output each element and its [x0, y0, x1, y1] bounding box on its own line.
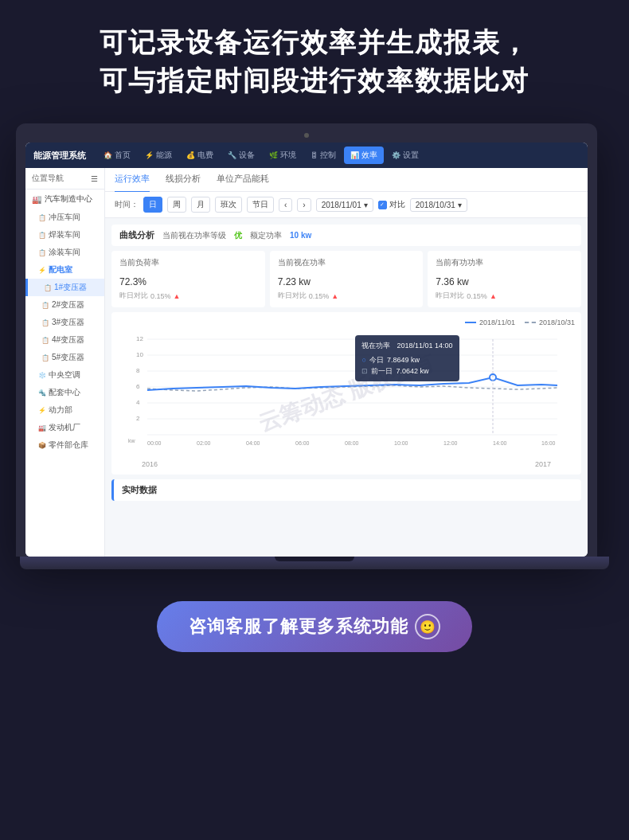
- kpi-active-compare: 昨日对比 0.15% ▲: [436, 291, 573, 301]
- kpi-active-label: 当前有功功率: [436, 257, 573, 268]
- svg-text:06:00: 06:00: [295, 440, 310, 446]
- btn-next[interactable]: ›: [297, 198, 311, 212]
- nav-efficiency-label: 效率: [361, 150, 377, 161]
- svg-text:12:00: 12:00: [443, 440, 458, 446]
- svg-text:6: 6: [136, 383, 140, 390]
- nav-home[interactable]: 🏠 首页: [97, 147, 137, 164]
- tab-loss[interactable]: 线损分析: [166, 168, 201, 193]
- load-up-arrow: ▲: [174, 292, 181, 300]
- bottom-section: 咨询客服了解更多系统功能 🙂: [0, 577, 629, 676]
- tooltip-today: ○ 今日 7.8649 kw: [361, 354, 452, 365]
- compare-label: 对比: [389, 199, 405, 210]
- support-icon: 🔩: [38, 389, 46, 397]
- main-content: 位置导航 ☰ 🏭 汽车制造中心 📋 冲压车间: [25, 168, 588, 557]
- laptop-base-wrapper: [16, 557, 613, 569]
- sidebar-item-warehouse[interactable]: 📦 零件部仓库: [25, 436, 104, 454]
- kpi-apparent-compare: 昨日对比 0.15% ▲: [278, 291, 416, 301]
- sidebar-item-support[interactable]: 🔩 配套中心: [25, 384, 104, 401]
- tab-efficiency[interactable]: 运行效率: [115, 168, 150, 193]
- cta-button[interactable]: 咨询客服了解更多系统功能 🙂: [157, 601, 472, 652]
- btn-shift[interactable]: 班次: [215, 197, 242, 213]
- analysis-header: 曲线分析 当前视在功率等级 优 额定功率 10 kw: [111, 225, 581, 246]
- compare-checkbox[interactable]: ✓: [378, 201, 387, 209]
- btn-prev[interactable]: ‹: [279, 198, 292, 212]
- year-2017: 2017: [535, 460, 551, 468]
- sidebar-item-welding[interactable]: 📋 焊装车间: [25, 226, 104, 244]
- sidebar-item-painting[interactable]: 📋 涂装车间: [25, 244, 104, 261]
- transformer5-icon: 📋: [41, 354, 49, 361]
- btn-month[interactable]: 月: [191, 197, 210, 213]
- home-icon: 🏠: [104, 151, 112, 159]
- sidebar: 位置导航 ☰ 🏭 汽车制造中心 📋 冲压车间: [25, 168, 105, 557]
- laptop-screen: 能源管理系统 🏠 首页 ⚡ 能源 💰: [25, 143, 588, 557]
- app-title: 能源管理系统: [33, 150, 86, 162]
- svg-text:14:00: 14:00: [493, 440, 507, 446]
- nav-environment[interactable]: 🌿 环境: [263, 147, 303, 164]
- year-labels: 2016 2017: [118, 460, 575, 468]
- sidebar-item-power[interactable]: ⚡ 动力部: [25, 401, 104, 419]
- nav-efficiency[interactable]: 📊 效率: [344, 147, 384, 164]
- svg-text:kw: kw: [128, 438, 136, 443]
- sidebar-expand-icon[interactable]: ☰: [91, 174, 98, 183]
- control-icon: 🎛: [311, 151, 318, 159]
- sidebar-item-transformer3[interactable]: 📋 3#变压器: [25, 314, 104, 331]
- sidebar-item-transformer5[interactable]: 📋 5#变压器: [25, 349, 104, 366]
- nav-settings[interactable]: ⚙️ 设置: [385, 147, 425, 164]
- svg-text:2: 2: [136, 415, 140, 422]
- date1-value: 2018/11/01: [322, 201, 361, 209]
- sidebar-item-distribution[interactable]: ⚡ 配电室: [25, 261, 104, 279]
- nav-electricity-label: 电费: [197, 150, 213, 161]
- calendar1-icon: ▾: [364, 201, 368, 209]
- laptop: 能源管理系统 🏠 首页 ⚡ 能源 💰: [16, 123, 597, 557]
- legend-yesterday-label: 2018/10/31: [539, 318, 575, 326]
- btn-holiday[interactable]: 节日: [247, 197, 274, 213]
- svg-text:08:00: 08:00: [345, 440, 359, 446]
- btn-day[interactable]: 日: [143, 197, 162, 213]
- sidebar-item-stamping[interactable]: 📋 冲压车间: [25, 209, 104, 226]
- btn-week[interactable]: 周: [167, 197, 186, 213]
- cta-smiley-icon: 🙂: [415, 614, 440, 639]
- date1-input[interactable]: 2018/11/01 ▾: [316, 198, 373, 212]
- energy-icon: ⚡: [145, 151, 154, 159]
- tab-unit[interactable]: 单位产品能耗: [217, 168, 269, 193]
- nav-device-label: 设备: [239, 150, 255, 161]
- efficiency-icon: 📊: [350, 151, 359, 159]
- headline-line2: 可与指定时间段进行效率数据比对: [16, 62, 613, 100]
- kpi-row: 当前负荷率 72.3% 昨日对比 0.15% ▲: [111, 251, 581, 307]
- sidebar-item-factory[interactable]: 🏭 汽车制造中心: [25, 189, 104, 209]
- nav-items: 🏠 首页 ⚡ 能源 💰 电费: [97, 147, 580, 164]
- sidebar-item-ac[interactable]: ❄️ 中央空调: [25, 366, 104, 384]
- kpi-apparent-power: 当前视在功率 7.23 kw 昨日对比 0.15% ▲: [270, 251, 424, 307]
- top-nav: 能源管理系统 🏠 首页 ⚡ 能源 💰: [25, 143, 588, 168]
- environment-icon: 🌿: [269, 151, 278, 159]
- chart-tooltip: 视在功率 2018/11/01 14:00 ○ 今日 7.8649 kw: [355, 335, 459, 381]
- nav-control-label: 控制: [320, 150, 336, 161]
- date2-input[interactable]: 2018/10/31 ▾: [410, 198, 467, 212]
- headline-line1: 可记录设备运行效率并生成报表，: [16, 24, 613, 62]
- nav-energy[interactable]: ⚡ 能源: [139, 147, 178, 164]
- compare-check[interactable]: ✓ 对比: [378, 199, 405, 210]
- toolbar: 时间： 日 周 月 班次 节日 ‹ › 2018/11/01 ▾: [105, 192, 588, 218]
- kpi-active-value: 7.36 kw: [436, 271, 573, 289]
- kpi-load-rate: 当前负荷率 72.3% 昨日对比 0.15% ▲: [111, 251, 265, 307]
- chart-container: 云筹动态 版权公有 2018/11/01: [111, 312, 581, 475]
- sidebar-item-transformer4[interactable]: 📋 4#变压器: [25, 331, 104, 349]
- active-up-arrow: ▲: [490, 292, 497, 300]
- sidebar-item-engine[interactable]: 🏭 发动机厂: [25, 419, 104, 436]
- factory-icon: 🏭: [32, 195, 41, 204]
- distribution-icon: ⚡: [38, 267, 46, 274]
- dashboard: 曲线分析 当前视在功率等级 优 额定功率 10 kw 当前负荷率: [105, 218, 588, 557]
- nav-electricity[interactable]: 💰 电费: [180, 147, 220, 164]
- tab-bar: 运行效率 线损分析 单位产品能耗: [105, 168, 588, 192]
- rated-power-value: 10 kw: [290, 231, 311, 240]
- sidebar-item-transformer2[interactable]: 📋 2#变压器: [25, 296, 104, 314]
- nav-device[interactable]: 🔧 设备: [221, 147, 261, 164]
- sidebar-header: 位置导航 ☰: [25, 168, 104, 189]
- nav-control[interactable]: 🎛 控制: [304, 147, 342, 164]
- settings-icon: ⚙️: [392, 151, 400, 159]
- time-label: 时间：: [115, 199, 139, 210]
- sidebar-item-transformer1[interactable]: 📋 1#变压器: [25, 279, 104, 296]
- power-level-label: 当前视在功率等级: [162, 230, 226, 241]
- engine-icon: 🏭: [38, 424, 46, 432]
- kpi-load-value: 72.3%: [119, 271, 257, 289]
